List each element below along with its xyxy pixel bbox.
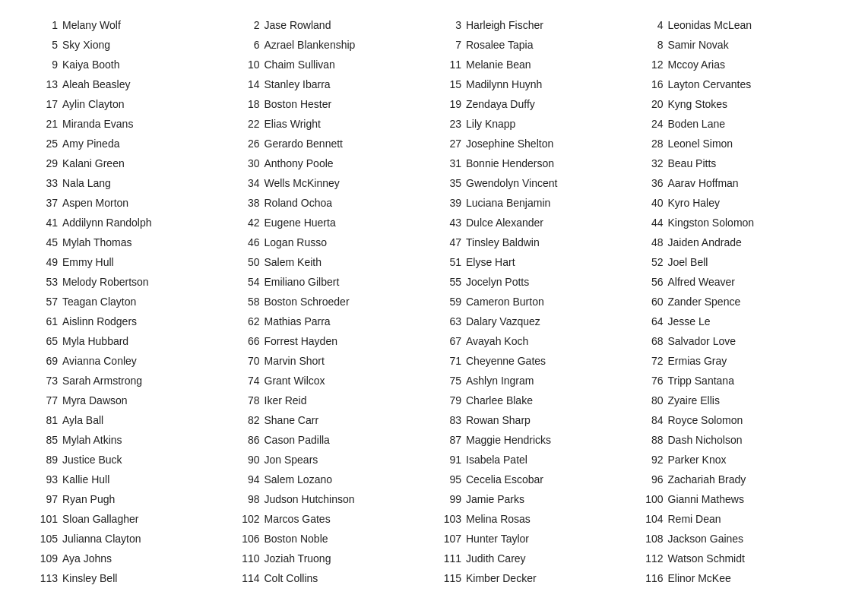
player-number: 104 bbox=[639, 513, 664, 525]
player-name: Melanie Bean bbox=[466, 59, 531, 71]
player-number: 76 bbox=[639, 375, 664, 387]
list-item: 23Lily Knapp bbox=[434, 114, 636, 134]
player-number: 52 bbox=[639, 256, 664, 268]
list-item: 15Madilynn Huynh bbox=[434, 74, 636, 94]
player-number: 101 bbox=[33, 513, 58, 525]
list-item: 8Samir Novak bbox=[636, 35, 838, 55]
list-item: 19Zendaya Duffy bbox=[434, 94, 636, 114]
player-number: 50 bbox=[236, 256, 260, 268]
list-item: 76Tripp Santana bbox=[636, 371, 838, 391]
list-item: 92Parker Knox bbox=[636, 450, 838, 470]
player-name: Sarah Armstrong bbox=[62, 375, 142, 387]
player-name: Cheyenne Gates bbox=[466, 355, 546, 367]
list-item: 63Dalary Vazquez bbox=[434, 312, 636, 331]
list-item: 51Elyse Hart bbox=[434, 252, 636, 272]
list-item: 58Boston Schroeder bbox=[233, 292, 435, 312]
player-name: Lily Knapp bbox=[466, 118, 515, 130]
player-name: Cason Padilla bbox=[265, 434, 330, 446]
player-number: 15 bbox=[437, 78, 461, 90]
player-number: 16 bbox=[639, 78, 664, 90]
player-name: Judson Hutchinson bbox=[265, 493, 355, 505]
player-number: 82 bbox=[236, 414, 260, 426]
list-item: 111Judith Carey bbox=[434, 549, 636, 568]
player-name: Iker Reid bbox=[265, 394, 307, 406]
player-number: 59 bbox=[437, 296, 461, 308]
list-item: 104Remi Dean bbox=[636, 509, 838, 529]
roster-grid: 1Melany Wolf2Jase Rowland3Harleigh Fisch… bbox=[30, 15, 838, 588]
player-name: Salem Lozano bbox=[265, 473, 333, 486]
player-number: 27 bbox=[437, 138, 461, 150]
player-number: 87 bbox=[437, 434, 461, 446]
player-name: Shane Carr bbox=[265, 414, 319, 426]
list-item: 34Wells McKinney bbox=[233, 173, 435, 193]
player-number: 55 bbox=[437, 276, 461, 288]
player-name: Beau Pitts bbox=[668, 157, 717, 169]
player-number: 95 bbox=[437, 473, 461, 486]
list-item: 17Aylin Clayton bbox=[30, 94, 233, 114]
list-item: 24Boden Lane bbox=[636, 114, 838, 134]
player-number: 63 bbox=[437, 315, 461, 327]
player-name: Colt Collins bbox=[265, 572, 318, 584]
player-name: Sky Xiong bbox=[62, 39, 110, 51]
player-name: Aislinn Rodgers bbox=[62, 315, 137, 327]
player-number: 79 bbox=[437, 394, 461, 406]
list-item: 16Layton Cervantes bbox=[636, 74, 838, 94]
player-number: 57 bbox=[33, 296, 58, 308]
list-item: 50Salem Keith bbox=[233, 252, 435, 272]
player-name: Mylah Thomas bbox=[62, 236, 132, 248]
list-item: 109Aya Johns bbox=[30, 549, 233, 568]
player-number: 18 bbox=[236, 98, 260, 110]
player-name: Leonel Simon bbox=[668, 138, 733, 150]
player-name: Aarav Hoffman bbox=[668, 177, 739, 189]
player-number: 69 bbox=[33, 355, 58, 367]
player-name: Luciana Benjamin bbox=[466, 197, 550, 209]
list-item: 33Nala Lang bbox=[30, 173, 233, 193]
player-name: Melody Robertson bbox=[62, 276, 149, 288]
list-item: 86Cason Padilla bbox=[233, 430, 435, 450]
player-name: Gerardo Bennett bbox=[265, 138, 344, 150]
player-number: 46 bbox=[236, 236, 260, 248]
player-name: Joel Bell bbox=[668, 256, 708, 268]
player-number: 100 bbox=[639, 493, 664, 505]
player-name: Eugene Huerta bbox=[265, 217, 336, 229]
player-name: Salem Keith bbox=[265, 256, 322, 268]
player-number: 97 bbox=[33, 493, 58, 505]
player-number: 85 bbox=[33, 434, 58, 446]
list-item: 88Dash Nicholson bbox=[636, 430, 838, 450]
player-number: 72 bbox=[639, 355, 664, 367]
list-item: 2Jase Rowland bbox=[233, 15, 435, 35]
player-name: Mccoy Arias bbox=[668, 59, 725, 71]
list-item: 35Gwendolyn Vincent bbox=[434, 173, 636, 193]
player-number: 60 bbox=[639, 296, 664, 308]
player-number: 89 bbox=[33, 454, 58, 466]
player-number: 32 bbox=[639, 157, 664, 169]
list-item: 25Amy Pineda bbox=[30, 134, 233, 153]
player-name: Jaiden Andrade bbox=[668, 236, 742, 248]
player-name: Rowan Sharp bbox=[466, 414, 531, 426]
list-item: 101Sloan Gallagher bbox=[30, 509, 233, 529]
player-name: Judith Carey bbox=[466, 552, 526, 565]
player-name: Kyro Haley bbox=[668, 197, 720, 209]
list-item: 98Judson Hutchinson bbox=[233, 489, 435, 509]
player-name: Zendaya Duffy bbox=[466, 98, 535, 110]
player-number: 113 bbox=[33, 572, 58, 584]
player-name: Emmy Hull bbox=[62, 256, 114, 268]
list-item: 66Forrest Hayden bbox=[233, 331, 435, 351]
list-item: 93Kallie Hull bbox=[30, 470, 233, 489]
list-item: 75Ashlyn Ingram bbox=[434, 371, 636, 391]
player-name: Gianni Mathews bbox=[668, 493, 744, 505]
list-item: 38Roland Ochoa bbox=[233, 193, 435, 213]
list-item: 26Gerardo Bennett bbox=[233, 134, 435, 153]
player-number: 96 bbox=[639, 473, 664, 486]
list-item: 3Harleigh Fischer bbox=[434, 15, 636, 35]
list-item: 100Gianni Mathews bbox=[636, 489, 838, 509]
player-name: Tripp Santana bbox=[668, 375, 734, 387]
player-number: 17 bbox=[33, 98, 58, 110]
player-name: Watson Schmidt bbox=[668, 552, 745, 565]
list-item: 97Ryan Pugh bbox=[30, 489, 233, 509]
player-name: Dash Nicholson bbox=[668, 434, 743, 446]
player-name: Mathias Parra bbox=[265, 315, 331, 327]
player-name: Aya Johns bbox=[62, 552, 112, 565]
player-number: 9 bbox=[33, 59, 58, 71]
player-name: Kyng Stokes bbox=[668, 98, 728, 110]
